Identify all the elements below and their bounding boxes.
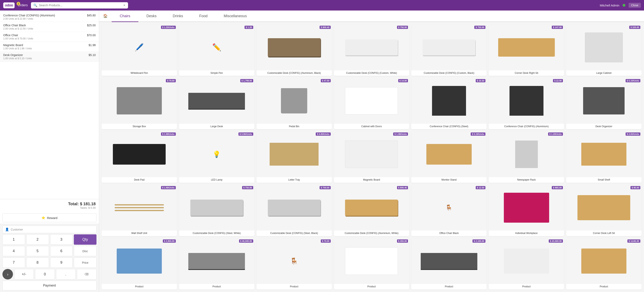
- price-badge: $ 320.00: [629, 26, 640, 29]
- num-6-button[interactable]: 6: [50, 246, 73, 256]
- price-badge: $ 2,950.00: [163, 240, 176, 243]
- price-badge: $ 4.80/Units: [316, 132, 330, 136]
- category-tabs: 🏠 Chairs Desks Drinks Food Miscellaneous: [99, 10, 644, 22]
- qty-button[interactable]: Qty: [74, 234, 96, 245]
- product-card[interactable]: $ 2.83/Units Small Shelf: [566, 131, 642, 182]
- num-0-button[interactable]: 0: [35, 269, 54, 280]
- user-name: Mitchell Admin: [600, 4, 620, 7]
- product-card[interactable]: $ 16.50 Conference Chair (CONFIG) (Steel…: [411, 78, 487, 129]
- product-card[interactable]: ✏️ $ 1.20 Simple Pen: [179, 24, 254, 76]
- category-chairs[interactable]: Chairs: [112, 11, 138, 22]
- num-2-button[interactable]: 2: [26, 234, 49, 245]
- product-card[interactable]: $ 147.00 Corner Desk Right Sit: [489, 24, 564, 76]
- product-name: Pedal Bin: [256, 124, 332, 130]
- search-clear-button[interactable]: ✕: [123, 4, 126, 7]
- category-miscellaneous[interactable]: Miscellaneous: [216, 11, 255, 22]
- product-grid: 🖊️ $ 1.20/Units Whiteboard Pen ✏️ $ 1.20…: [99, 22, 644, 292]
- num-dot-button[interactable]: .: [56, 269, 76, 280]
- product-card[interactable]: $ 2,100.00 Product: [411, 238, 487, 290]
- star-icon: ⭐: [42, 216, 45, 220]
- product-card[interactable]: $ 4.80/Units Letter Tray: [256, 131, 332, 182]
- product-card[interactable]: $ 800.40 Customizable Desk (CONFIG) (Alu…: [256, 24, 332, 76]
- order-item[interactable]: Desk Organizer $5.10 1.00 Units at $ 5.1…: [0, 52, 99, 62]
- product-card[interactable]: $ 750.00 Customizable Desk (CONFIG) (Cus…: [334, 24, 410, 76]
- price-badge: $ 750.00: [320, 186, 331, 189]
- product-card[interactable]: $ 750.00 Customizable Desk (CONFIG) (Ste…: [256, 185, 332, 236]
- num-1-button[interactable]: 1: [2, 234, 25, 245]
- product-card[interactable]: 🪑 $ 70.00 Product: [256, 238, 332, 290]
- product-card[interactable]: $ 1.98/Units Desk Pad: [102, 131, 177, 182]
- product-card[interactable]: $ 320.00 Large Cabinet: [566, 24, 642, 76]
- price-badge: $ 750.00: [474, 26, 486, 29]
- product-card[interactable]: $ 750.00 Customizable Desk (CONFIG) (Cus…: [411, 24, 487, 76]
- product-name: Desk Organizer: [566, 124, 642, 130]
- numpad: 👤 Customer 1 2 3 Qty 4 5 6 Disc 7 8 9 Pr…: [0, 224, 99, 292]
- num-5-button[interactable]: 5: [26, 246, 49, 256]
- product-card[interactable]: $ 14.00 Cabinet with Doors: [334, 78, 410, 129]
- order-item[interactable]: Office Chair $70.00 1.00 Units at $ 70.0…: [0, 32, 99, 42]
- product-name: Customizable Desk (CONFIG) (Custom, Whit…: [334, 70, 410, 76]
- product-name: Simple Pen: [179, 70, 254, 76]
- product-card[interactable]: $ 3.19/Units Monitor Stand: [411, 131, 487, 182]
- price-badge: $ 450.00: [397, 240, 408, 243]
- product-name: Customizable Desk (CONFIG) (Custom, Blac…: [411, 70, 487, 76]
- price-badge: $ 1.20/Units: [161, 26, 176, 29]
- price-button[interactable]: Price: [74, 258, 96, 268]
- customer-label: Customer: [11, 228, 94, 231]
- product-name: Corner Desk Left Sit: [566, 230, 642, 236]
- next-button[interactable]: ›: [2, 269, 13, 280]
- num-7-button[interactable]: 7: [2, 258, 25, 268]
- num-4-button[interactable]: 4: [2, 246, 25, 256]
- product-card[interactable]: $ 3,645.00 Product: [566, 238, 642, 290]
- product-card[interactable]: $ 885.00 Individual Workplace: [489, 185, 564, 236]
- close-button[interactable]: Close: [629, 3, 641, 8]
- product-card[interactable]: $ 1,799.00 Large Desk: [179, 78, 254, 129]
- price-badge: $ 1.98/Units: [393, 132, 408, 136]
- numpad-row-3: 7 8 9 Price: [2, 258, 96, 268]
- num-9-button[interactable]: 9: [50, 258, 73, 268]
- num-plusminus-button[interactable]: +/-: [14, 269, 34, 280]
- payment-button[interactable]: Payment: [2, 281, 96, 290]
- product-name: Product: [334, 284, 410, 290]
- product-card[interactable]: $ 750.00 Customizable Desk (CONFIG) (Ste…: [179, 185, 254, 236]
- category-drinks[interactable]: Drinks: [165, 11, 191, 22]
- product-name: Customizable Desk (CONFIG) (Aluminium, W…: [334, 230, 410, 236]
- product-name: Product: [102, 284, 177, 290]
- product-card[interactable]: $ 85.00 Corner Desk Left Sit: [566, 185, 642, 236]
- product-card[interactable]: $ 22.90 Conference Chair (CONFIG) (Alumi…: [489, 78, 564, 129]
- disc-button[interactable]: Disc: [74, 246, 96, 256]
- order-item[interactable]: Magnetic Board $1.98 1.00 Units at $ 1.9…: [0, 42, 99, 52]
- product-name: LED Lamp: [179, 177, 254, 183]
- category-food[interactable]: Food: [191, 11, 216, 22]
- category-desks[interactable]: Desks: [138, 11, 165, 22]
- orders-badge: 1: [16, 2, 20, 6]
- product-card[interactable]: $ 1.28/Units Newspaper Rack: [489, 131, 564, 182]
- customer-icon: 👤: [5, 228, 9, 231]
- product-card[interactable]: $ 47.00 Pedal Bin: [256, 78, 332, 129]
- product-card[interactable]: $ 5.10/Units Desk Organizer: [566, 78, 642, 129]
- product-name: Corner Desk Right Sit: [489, 70, 564, 76]
- backspace-button[interactable]: ⌫: [77, 269, 96, 280]
- price-badge: $ 2,100.00: [472, 240, 486, 243]
- product-card[interactable]: 🪑 $ 12.50 Office Chair Black: [411, 185, 487, 236]
- reward-button[interactable]: ⭐ Reward: [2, 213, 96, 222]
- product-card[interactable]: $ 800.40 Customizable Desk (CONFIG) (Alu…: [334, 185, 410, 236]
- num-8-button[interactable]: 8: [26, 258, 49, 268]
- product-card[interactable]: $ 1.98/Units Magnetic Board: [334, 131, 410, 182]
- order-item[interactable]: Conference Chair (CONFIG) (Aluminium) $4…: [0, 12, 99, 22]
- orders-button[interactable]: 1 Orders: [18, 4, 28, 7]
- order-item[interactable]: Office Chair Black $25.00 2.00 Units at …: [0, 22, 99, 32]
- category-home[interactable]: 🏠: [99, 10, 112, 22]
- product-card[interactable]: $ 79.00 Storage Box: [102, 78, 177, 129]
- price-badge: $ 885.00: [552, 186, 563, 189]
- product-card[interactable]: $ 2,950.00 Product: [102, 238, 177, 290]
- search-input[interactable]: [39, 4, 122, 7]
- product-card[interactable]: $ 40,000.00 Product: [179, 238, 254, 290]
- product-card[interactable]: $ 450.00 Product: [334, 238, 410, 290]
- product-card[interactable]: 💡 $ 0.90/Units LED Lamp: [179, 131, 254, 182]
- product-card[interactable]: $ 1.98/Units Wall Shelf Unit: [102, 185, 177, 236]
- customer-row[interactable]: 👤 Customer: [2, 226, 96, 233]
- product-card[interactable]: $ 23,500.00 Product: [489, 238, 564, 290]
- product-card[interactable]: 🖊️ $ 1.20/Units Whiteboard Pen: [102, 24, 177, 76]
- num-3-button[interactable]: 3: [50, 234, 73, 245]
